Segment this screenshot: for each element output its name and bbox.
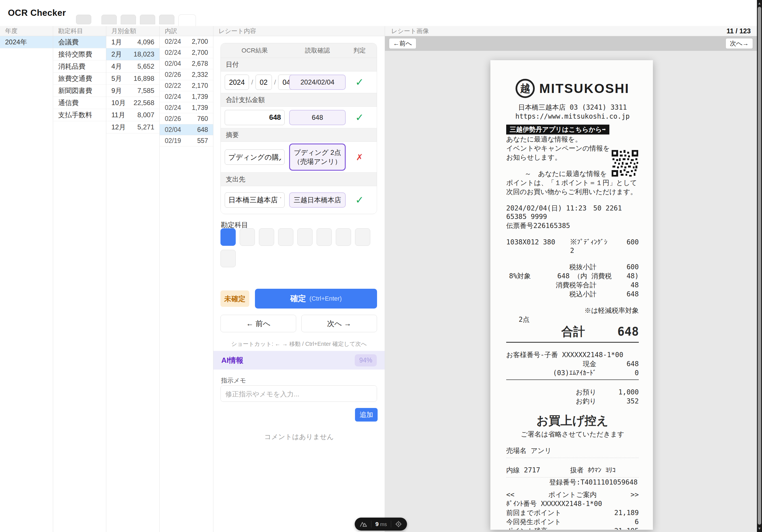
receipt-line: https://www.mitsukoshi.co.jp <box>506 112 639 121</box>
receipt-line: 売場名 アンリ <box>506 446 639 458</box>
tab[interactable] <box>140 15 155 24</box>
year-column-header: 年度 <box>0 26 53 36</box>
account-row[interactable]: 消耗品費 <box>53 60 106 73</box>
summary-confirm-box[interactable]: プディング 2点（売場アンリ） <box>289 144 346 171</box>
latency-readout: 9ms <box>375 521 387 527</box>
breakdown-row[interactable]: 02/19557 <box>160 135 213 146</box>
breakdown-row[interactable]: 02/222,170 <box>160 80 213 91</box>
receipt-line: ご署名は省略させていただきます <box>506 430 639 438</box>
year-row[interactable]: 2024年 <box>0 36 53 48</box>
account-chip[interactable] <box>220 228 236 246</box>
monthly-column: 月別金額 1月4,0962月18,0234月5,6525月16,8989月7,5… <box>106 26 160 532</box>
account-row[interactable]: 通信費 <box>53 97 106 109</box>
account-row[interactable]: 新聞図書費 <box>53 85 106 97</box>
payee-judge-check-icon: ✓ <box>350 194 369 206</box>
account-chip[interactable] <box>259 228 274 246</box>
receipt-image-title: レシート画像 <box>391 27 429 35</box>
account-row[interactable]: 会議費 <box>53 36 106 48</box>
monthly-row[interactable]: 4月5,652 <box>106 60 159 73</box>
shortcut-hint: ショートカット: ← → 移動 / Ctrl+Enter 確定して次へ <box>213 340 385 348</box>
ai-score-badge: 94% <box>355 354 377 366</box>
page-scrollbar[interactable]: ▲ ▼ <box>757 0 762 532</box>
mountains-logo-icon <box>360 521 367 527</box>
account-row[interactable]: 支払手数料 <box>53 109 106 121</box>
tab-bar <box>76 0 196 26</box>
memo-input[interactable] <box>220 385 377 402</box>
monthly-row[interactable]: 1月4,096 <box>106 36 159 48</box>
receipt-form-panel-header: レシート内容 <box>213 26 385 36</box>
breakdown-row[interactable]: 02/242,700 <box>160 36 213 47</box>
total-confirm-box: 648 <box>289 110 346 125</box>
date-month-input[interactable] <box>256 75 272 90</box>
receipt-line: お客様番号-子番 XXXXXX2148-1*00 <box>506 351 639 359</box>
breakdown-row[interactable]: 02/04648 <box>160 124 213 135</box>
receipt-image: 越 MITSUKOSHI 日本橋三越本店 03 ( <box>491 60 653 530</box>
monthly-row[interactable]: 12月5,271 <box>106 121 159 133</box>
date-separator: / <box>274 78 276 86</box>
account-chip[interactable] <box>297 228 313 246</box>
prev-record-button[interactable]: ← 前へ <box>220 315 296 332</box>
judge-col-header: 判定 <box>350 46 369 55</box>
account-chip[interactable] <box>336 228 351 246</box>
viewer-prev-button[interactable]: ←前へ <box>389 38 416 49</box>
breakdown-row[interactable]: 02/241,739 <box>160 102 213 113</box>
viewer-next-button[interactable]: 次へ→ <box>725 38 753 49</box>
receipt-line: 2024/02/04(日) 11:23 50 2261 65385 9999 <box>506 204 639 221</box>
payee-row: 三越日本橋本店 ✓ <box>221 186 377 214</box>
breakdown-row[interactable]: 02/26760 <box>160 113 213 124</box>
next-record-button[interactable]: 次へ → <box>301 315 377 332</box>
account-column-header: 勘定科目 <box>53 26 106 36</box>
viewer-toolbar: ←前へ 次へ→ <box>385 36 757 51</box>
date-judge-check-icon: ✓ <box>350 76 369 88</box>
receipt-line: 合計648 <box>506 324 639 343</box>
summary-ocr-input[interactable] <box>225 150 285 165</box>
target-icon[interactable] <box>395 521 402 527</box>
monthly-row[interactable]: 9月7,585 <box>106 85 159 97</box>
monthly-column-header: 月別金額 <box>106 26 159 36</box>
receipt-image-panel-header: レシート画像 11 / 123 <box>385 26 757 36</box>
monthly-row[interactable]: 5月16,898 <box>106 73 159 85</box>
receipt-line: (03)ｴﾑｱｲｶｰﾄﾞ0 <box>506 369 639 380</box>
account-chip[interactable] <box>240 228 255 246</box>
breakdown-row[interactable]: 02/042,678 <box>160 58 213 69</box>
breakdown-list: 02/242,70002/242,70002/042,67802/262,332… <box>160 36 213 146</box>
scrollbar-thumb[interactable] <box>758 7 761 525</box>
total-ocr-input[interactable] <box>225 110 285 125</box>
account-chip[interactable] <box>220 250 236 267</box>
breakdown-row[interactable]: 02/241,739 <box>160 91 213 102</box>
top-bar: OCR Checker <box>0 0 762 26</box>
add-memo-button[interactable]: 追加 <box>355 408 378 422</box>
monthly-row[interactable]: 11月8,007 <box>106 109 159 121</box>
payee-ocr-input[interactable] <box>225 192 285 208</box>
date-year-input[interactable] <box>225 75 249 90</box>
scrollbar-up-arrow-icon[interactable]: ▲ <box>757 1 762 6</box>
payee-section-label: 支出先 <box>221 172 377 186</box>
devtools-pill[interactable]: 9ms <box>355 518 407 531</box>
confirm-button[interactable]: 確定 (Ctrl+Enter) <box>255 289 377 308</box>
account-chip[interactable] <box>317 228 332 246</box>
tab[interactable] <box>159 15 174 24</box>
memo-label: 指示メモ <box>221 376 246 385</box>
tab[interactable] <box>178 14 196 26</box>
receipt-image-panel: レシート画像 11 / 123 ←前へ 次へ→ 越 MITSUKOSHI <box>385 26 757 532</box>
summary-row: プディング 2点（売場アンリ） ✗ <box>221 142 377 172</box>
breakdown-row[interactable]: 02/242,700 <box>160 47 213 58</box>
scrollbar-down-arrow-icon[interactable]: ▼ <box>757 526 762 531</box>
divider <box>391 521 391 527</box>
tab[interactable] <box>121 15 136 24</box>
tab[interactable] <box>76 15 91 24</box>
receipt-brand-row: 越 MITSUKOSHI <box>506 79 639 98</box>
tab[interactable] <box>102 15 117 24</box>
account-row[interactable]: 旅費交通費 <box>53 73 106 85</box>
breakdown-row[interactable]: 02/262,332 <box>160 69 213 80</box>
ai-info-band[interactable]: AI情報 94% <box>213 351 385 369</box>
account-chip[interactable] <box>278 228 293 246</box>
monthly-row[interactable]: 2月18,023 <box>106 48 159 60</box>
ai-info-label: AI情報 <box>221 356 243 365</box>
receipt-line: ﾎﾟｲﾝﾄ番号 XXXXXX2148-1*00 <box>506 499 639 508</box>
action-row: 未確定 確定 (Ctrl+Enter) <box>220 289 377 308</box>
ocr-card-header: OCR結果 読取確認 判定 <box>221 43 377 58</box>
account-chip[interactable] <box>355 228 370 246</box>
monthly-row[interactable]: 10月22,568 <box>106 97 159 109</box>
account-row[interactable]: 接待交際費 <box>53 48 106 60</box>
